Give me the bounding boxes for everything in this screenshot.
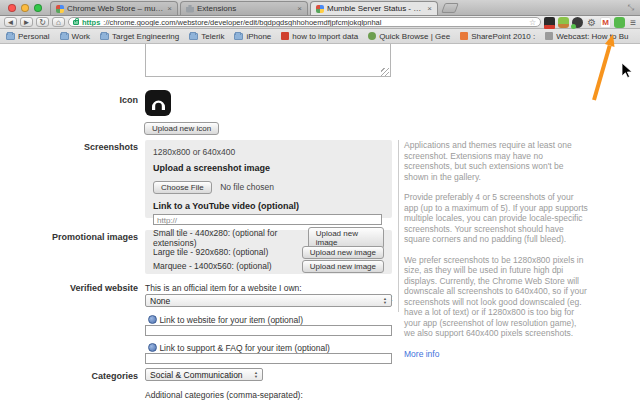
folder-icon <box>234 33 243 40</box>
forward-button[interactable]: ► <box>20 17 33 27</box>
favicon-icon <box>545 32 553 40</box>
verified-website-label: Verified website <box>0 283 138 294</box>
bookmark-how-to-import-data[interactable]: how to import data <box>281 32 358 41</box>
bookmark-folder-personal[interactable]: Personal <box>6 32 50 41</box>
description-textarea[interactable] <box>145 44 391 77</box>
extension-circle-icon[interactable] <box>572 17 583 28</box>
webstore-favicon-icon <box>316 5 324 13</box>
mumble-logo-icon <box>145 90 171 116</box>
dropdown-stepper-icon: ▲▼ <box>383 297 387 305</box>
youtube-link-heading: Link to a YouTube video (optional) <box>153 201 384 211</box>
support-link-row: Link to support & FAQ for your item (opt… <box>148 343 330 353</box>
gmail-icon[interactable]: M <box>600 17 611 28</box>
upload-new-icon-button[interactable]: Upload new icon <box>144 122 219 135</box>
website-url-input[interactable] <box>145 325 392 336</box>
screenshots-section-label: Screenshots <box>0 142 138 153</box>
dropdown-stepper-icon: ▲▼ <box>254 371 258 379</box>
official-item-text: This is an official item for a website I… <box>145 283 302 293</box>
bookmark-folder-iphone[interactable]: iPhone <box>234 32 271 41</box>
verified-site-dropdown[interactable]: None ▲▼ <box>145 294 392 307</box>
browser-toolbar: ◄ ► ↻ ⌂ https ://chrome.google.com/webst… <box>0 16 640 29</box>
url-text: ://chrome.google.com/webstore/developer/… <box>103 18 381 27</box>
bookmark-star-icon[interactable]: ☆ <box>529 18 536 27</box>
upload-screenshot-heading: Upload a screenshot image <box>153 163 384 173</box>
categories-section-label: Categories <box>0 371 138 382</box>
zoom-window-button[interactable] <box>34 4 42 12</box>
favicon-icon <box>460 32 468 40</box>
textarea-resize-handle[interactable] <box>381 68 389 76</box>
extension-plant-icon[interactable] <box>558 17 569 28</box>
gear-icon[interactable]: ⚙ <box>586 17 597 28</box>
bookmark-folder-work[interactable]: Work <box>60 32 91 41</box>
minimize-window-button[interactable] <box>21 4 29 12</box>
promo-row-small-tile: Small tile - 440x280: (optional for exte… <box>153 231 384 245</box>
home-button[interactable]: ⌂ <box>52 17 65 27</box>
new-tab-button[interactable] <box>441 3 459 13</box>
ssl-lock-icon[interactable] <box>73 20 79 25</box>
close-window-button[interactable] <box>8 4 16 12</box>
choose-file-button[interactable]: Choose File <box>153 181 212 194</box>
extension-counter-icon[interactable] <box>544 17 555 28</box>
app-icon <box>145 90 171 116</box>
window-resize-icon[interactable]: ⤡ <box>628 3 634 13</box>
icon-section-label: Icon <box>0 95 138 106</box>
screenshots-box: 1280x800 or 640x400 Upload a screenshot … <box>145 140 392 218</box>
tab-title: Chrome Web Store – mumbl <box>67 4 164 13</box>
folder-icon <box>189 33 198 40</box>
bookmark-folder-target-engineering[interactable]: Target Engineering <box>100 32 179 41</box>
favicon-icon <box>281 32 289 40</box>
sidebar-paragraph: Provide preferably 4 or 5 screenshots of… <box>404 192 588 245</box>
category-dropdown[interactable]: Social & Communication ▲▼ <box>145 368 263 381</box>
back-button[interactable]: ◄ <box>4 17 17 27</box>
support-link-label: Link to support & FAQ for your item (opt… <box>159 343 330 353</box>
extension-green-icon[interactable] <box>614 17 625 28</box>
bookmarks-bar: Personal Work Target Engineering Telerik… <box>0 29 640 44</box>
promotional-section-label: Promotional images <box>0 232 138 243</box>
folder-icon <box>60 33 69 40</box>
tab-close-icon[interactable]: × <box>297 4 302 13</box>
marquee-text: Marquee - 1400x560: (optional) <box>153 261 272 271</box>
large-tile-text: Large tile - 920x680: (optional) <box>153 247 268 257</box>
bookmark-webcast[interactable]: Webcast: How to Bu <box>545 32 628 41</box>
screenshot-size-hint: 1280x800 or 640x400 <box>153 147 384 157</box>
promotional-box: Small tile - 440x280: (optional for exte… <box>145 230 392 274</box>
globe-icon <box>148 343 157 352</box>
tab-strip: Chrome Web Store – mumbl × Extensions × … <box>0 0 640 16</box>
reload-button[interactable]: ↻ <box>36 17 49 27</box>
webstore-favicon-icon <box>56 5 64 13</box>
upload-large-tile-button[interactable]: Upload new image <box>302 246 384 259</box>
support-url-input[interactable] <box>145 353 392 364</box>
small-tile-text: Small tile - 440x280: (optional for exte… <box>153 228 308 248</box>
tab-close-icon[interactable]: × <box>167 4 172 13</box>
tab-title: Extensions <box>197 4 294 13</box>
tab-extensions[interactable]: Extensions × <box>180 1 308 15</box>
bookmark-folder-telerik[interactable]: Telerik <box>189 32 224 41</box>
tab-close-icon[interactable]: × <box>427 4 432 13</box>
website-link-label: Link to website for your item (optional) <box>159 315 303 325</box>
dropdown-value: Social & Communication <box>150 370 243 380</box>
tab-chrome-web-store[interactable]: Chrome Web Store – mumbl × <box>50 1 178 15</box>
website-link-row: Link to website for your item (optional) <box>148 315 303 325</box>
youtube-url-input[interactable]: http:// <box>153 214 382 225</box>
address-bar[interactable]: https ://chrome.google.com/webstore/deve… <box>68 17 541 27</box>
favicon-icon <box>368 32 376 40</box>
additional-categories-label: Additional categories (comma-separated): <box>145 390 303 400</box>
sidebar-paragraph: We prefer screenshots to be 1280x800 pix… <box>404 255 588 339</box>
bookmark-quick-browse[interactable]: Quick Browse | Gee <box>368 32 450 41</box>
tab-title: Mumble Server Status - Edi <box>327 4 424 13</box>
help-sidebar: Applications and themes require at least… <box>404 140 588 359</box>
upload-marquee-button[interactable]: Upload new image <box>302 260 384 273</box>
chrome-menu-icon[interactable]: ≡ <box>630 17 636 28</box>
url-scheme: https <box>82 18 100 27</box>
puzzle-favicon-icon <box>186 5 194 13</box>
folder-icon <box>100 33 109 40</box>
no-file-chosen-text: No file chosen <box>220 182 274 192</box>
more-info-link[interactable]: More info <box>404 349 439 359</box>
globe-icon <box>148 315 157 324</box>
page-content: Icon Upload new icon Screenshots 1280x80… <box>0 44 640 400</box>
tab-mumble-server-status[interactable]: Mumble Server Status - Edi × <box>310 1 438 15</box>
bookmark-sharepoint-2010[interactable]: SharePoint 2010 : <box>460 32 535 41</box>
folder-icon <box>6 33 15 40</box>
sidebar-paragraph: Applications and themes require at least… <box>404 140 588 182</box>
promo-row-marquee: Marquee - 1400x560: (optional) Upload ne… <box>153 259 384 273</box>
